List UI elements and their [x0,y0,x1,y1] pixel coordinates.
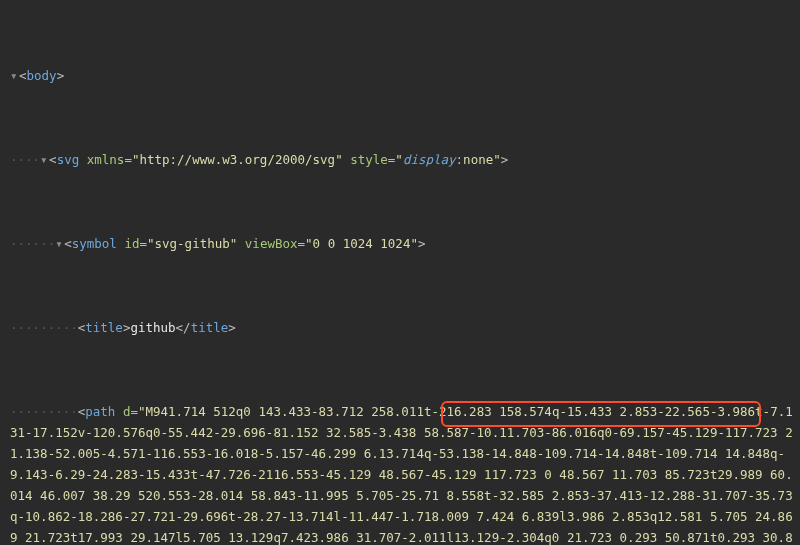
code-editor[interactable]: ▾<body> ····▾<svg xmlns="http://www.w3.o… [0,0,800,545]
code-line: ·········<title>github</title> [10,317,800,338]
code-line: ······▾<symbol id="svg-github" viewBox="… [10,233,800,254]
code-line: ·········<path d="M941.714 512q0 143.433… [10,401,800,545]
code-line: ▾<body> [10,65,800,86]
code-line: ····▾<svg xmlns="http://www.w3.org/2000/… [10,149,800,170]
